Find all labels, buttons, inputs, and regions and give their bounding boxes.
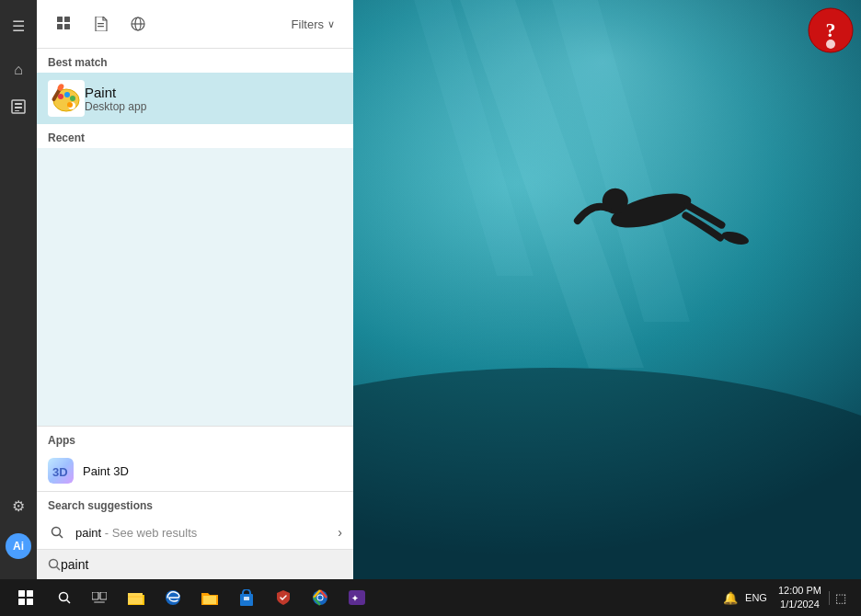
search-button[interactable] [48, 579, 81, 616]
start-menu-panel: Filters ∨ Best match Paint Desktop app [37, 0, 353, 579]
chevron-down-icon: ∨ [327, 18, 335, 30]
search-icon [48, 523, 66, 542]
svg-point-32 [64, 92, 70, 97]
paint-app-type: Desktop app [85, 100, 146, 113]
search-input[interactable] [61, 557, 342, 572]
apps-section-label: Apps [37, 427, 353, 451]
svg-rect-52 [244, 597, 249, 600]
taskbar-store[interactable] [228, 579, 265, 616]
clock-time: 12:00 PM [778, 584, 821, 598]
svg-point-11 [826, 40, 835, 49]
user-button[interactable]: Ai [0, 528, 37, 565]
suggestion-arrow-icon: › [338, 525, 342, 540]
menu-toolbar: Filters ∨ [37, 0, 353, 49]
svg-text:3D: 3D [52, 465, 68, 479]
svg-rect-20 [98, 23, 104, 24]
svg-text:✦: ✦ [351, 594, 359, 603]
svg-rect-48 [100, 592, 107, 599]
suggestions-section: Search suggestions paint - See web resul… [37, 492, 353, 549]
svg-rect-41 [18, 590, 25, 597]
paint-app-icon [48, 80, 85, 117]
taskbar-explorer[interactable] [118, 579, 155, 616]
taskbar-folder[interactable] [191, 579, 228, 616]
tray-notifications[interactable]: 🔔 [719, 591, 741, 605]
svg-point-31 [58, 94, 63, 99]
svg-rect-21 [98, 26, 104, 27]
watermark: ? [808, 7, 854, 53]
show-desktop[interactable]: ⬚ [829, 591, 850, 605]
suggestion-paint-web[interactable]: paint - See web results › [37, 516, 353, 549]
taskbar-teams[interactable]: ✦ [339, 579, 375, 616]
paint-app-name: Paint [85, 85, 146, 100]
start-button[interactable] [4, 579, 48, 616]
filters-button[interactable]: Filters ∨ [284, 14, 342, 35]
svg-rect-49 [94, 601, 105, 603]
svg-line-38 [60, 535, 63, 539]
recent-section [37, 148, 353, 426]
svg-line-40 [57, 567, 61, 571]
taskbar-apps: ✦ [118, 579, 712, 616]
paint3d-icon: 3D [48, 458, 74, 484]
svg-rect-15 [15, 110, 19, 111]
rail-bottom-group: ⚙ Ai [0, 487, 37, 572]
svg-rect-19 [64, 24, 70, 29]
taskbar-clock[interactable]: 12:00 PM 1/1/2024 [771, 584, 829, 612]
taskbar-antivirus[interactable] [265, 579, 302, 616]
paint3d-item[interactable]: 3D Paint 3D [37, 451, 353, 491]
svg-point-37 [52, 528, 61, 536]
svg-point-33 [70, 96, 75, 101]
clock-date: 1/1/2024 [778, 598, 821, 611]
taskbar: ✦ 🔔 ENG 12:00 PM 1/1/2024 ⬚ [0, 579, 861, 616]
svg-rect-16 [57, 17, 63, 22]
svg-rect-13 [15, 103, 22, 105]
svg-rect-14 [15, 107, 22, 108]
search-box [37, 549, 353, 579]
svg-point-45 [60, 593, 68, 601]
suggestion-sub: - See web results [105, 526, 197, 540]
toolbar-icon-apps[interactable] [48, 7, 81, 40]
svg-line-46 [67, 600, 71, 604]
toolbar-icon-docs[interactable] [85, 7, 118, 40]
svg-rect-43 [18, 599, 25, 605]
tray-language[interactable]: ENG [741, 592, 771, 603]
svg-point-39 [50, 560, 58, 568]
svg-point-55 [318, 596, 323, 600]
svg-rect-18 [64, 17, 70, 22]
hamburger-menu-button[interactable]: ☰ [0, 7, 37, 44]
recent-section-label: Recent [37, 124, 353, 148]
toolbar-icon-web[interactable] [121, 7, 155, 40]
suggestions-label: Search suggestions [37, 492, 353, 516]
best-match-label: Best match [37, 49, 353, 73]
best-match-paint[interactable]: Paint Desktop app [37, 73, 353, 124]
svg-text:?: ? [826, 18, 836, 41]
system-tray: 🔔 ENG 12:00 PM 1/1/2024 ⬚ [712, 584, 857, 612]
start-rail: ☰ ⌂ ⚙ Ai [0, 0, 37, 579]
suggestion-text: paint - See web results [75, 526, 197, 540]
recent-docs-button[interactable] [0, 88, 37, 125]
user-avatar: Ai [6, 533, 31, 559]
svg-rect-17 [57, 24, 63, 29]
paint3d-name: Paint 3D [83, 464, 129, 478]
svg-point-34 [67, 102, 73, 108]
task-view-button[interactable] [81, 579, 118, 616]
svg-rect-44 [27, 599, 33, 605]
filters-label: Filters [292, 17, 324, 31]
taskbar-edge[interactable] [155, 579, 191, 616]
suggestion-query: paint [75, 526, 101, 540]
search-box-icon [48, 558, 61, 571]
taskbar-chrome[interactable] [302, 579, 339, 616]
svg-rect-47 [92, 592, 98, 599]
svg-rect-42 [27, 590, 33, 597]
paint-app-info: Paint Desktop app [85, 85, 146, 113]
settings-button[interactable]: ⚙ [0, 487, 37, 524]
apps-section: Apps 3D Paint 3D [37, 427, 353, 491]
home-button[interactable]: ⌂ [0, 51, 37, 88]
